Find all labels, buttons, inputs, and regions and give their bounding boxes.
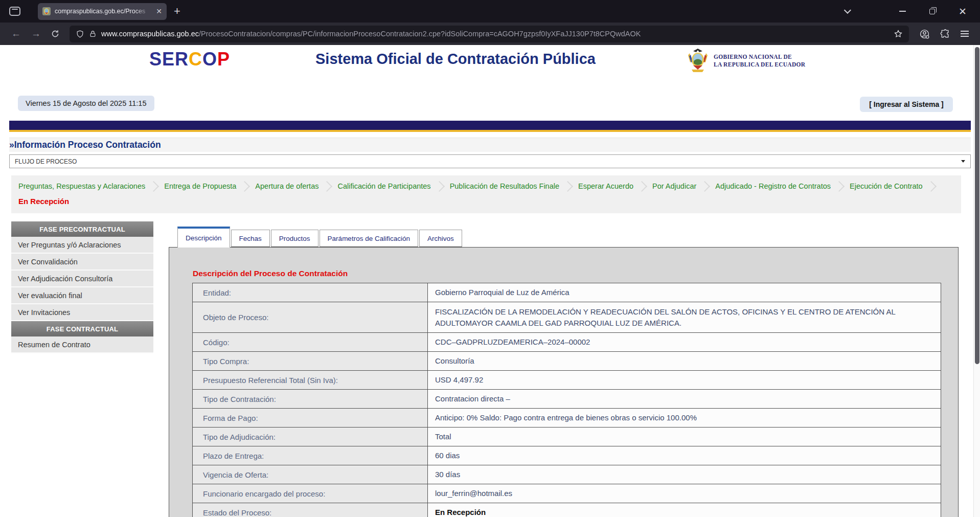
row-value: CDC–GADPRLUZDEAMERICA–2024–00002 (428, 333, 941, 351)
flow-step[interactable]: Publicación de Resultados Finale (450, 182, 559, 190)
url-text[interactable]: www.compraspublicas.gob.ec/ProcesoContra… (101, 30, 889, 38)
logo-text-o: O (202, 49, 217, 70)
close-button[interactable]: ✕ (959, 7, 967, 16)
sidebar-item-ver-adjudicacion[interactable]: Ver Adjudicación Consultoría (11, 271, 153, 287)
bookmark-star-icon[interactable] (894, 29, 903, 38)
flow-step[interactable]: Apertura de ofertas (255, 182, 318, 190)
url-path: /ProcesoContratacion/compras/PC/informac… (199, 30, 641, 38)
row-label: Funcionario encargado del proceso: (193, 484, 428, 503)
tab-parametros[interactable]: Parámetros de Calificación (320, 230, 418, 247)
chevron-right-icon (699, 181, 710, 191)
table-row: Vigencia de Oferta:30 días (193, 465, 941, 484)
flow-select[interactable]: FLUJO DE PROCESO (9, 154, 971, 168)
chevron-right-icon (239, 181, 250, 191)
list-all-tabs-chevron-icon[interactable] (844, 7, 851, 14)
chevron-right-icon (834, 181, 845, 191)
row-value: Contratacion directa – (428, 390, 941, 408)
tab-close-icon[interactable]: ✕ (156, 7, 162, 15)
page-title: Sistema Oficial de Contratación Pública (315, 51, 596, 68)
login-button[interactable]: [ Ingresar al Sistema ] (860, 97, 953, 112)
description-table: Entidad:Gobierno Parroquial de Luz de Am… (192, 283, 941, 517)
chevron-right-icon (636, 181, 647, 191)
process-status-badge: En Recepción (18, 197, 954, 206)
sidebar-item-ver-evaluacion[interactable]: Ver evaluación final (11, 287, 153, 304)
row-value: Anticipo: 0% Saldo: Pago contra entrega … (428, 409, 941, 427)
flow-step[interactable]: Preguntas, Respuestas y Aclaraciones (18, 182, 145, 190)
row-value: Gobierno Parroquial de Luz de América (428, 283, 941, 302)
toolbar-icons (914, 29, 974, 39)
reload-button[interactable] (46, 30, 64, 38)
navy-divider-bar (9, 121, 971, 132)
logo-text-ser: SER (149, 49, 189, 70)
select-caret-icon (961, 160, 965, 163)
row-label: Objeto de Proceso: (193, 302, 428, 332)
minimize-button[interactable] (899, 11, 906, 12)
url-host: www.compraspublicas.gob.ec (101, 30, 199, 38)
tab-title: compraspublicas.gob.ec/Proces (55, 8, 152, 15)
firefox-view-icon[interactable] (9, 7, 20, 16)
chevron-right-icon (434, 181, 445, 191)
table-row: Plazo de Entrega:60 dias (193, 446, 941, 465)
table-row: Estado del Proceso:En Recepción (193, 503, 941, 517)
row-value: Consultoría (428, 352, 941, 370)
row-label: Estado del Proceso: (193, 503, 428, 517)
section-title: »Información Proceso Contratación (9, 138, 971, 152)
menu-hamburger-icon[interactable] (961, 31, 969, 37)
back-button[interactable]: ← (6, 28, 26, 39)
chevron-right-icon (322, 181, 332, 191)
browser-tab[interactable]: compraspublicas.gob.ec/Proces ✕ (38, 3, 167, 20)
flow-step[interactable]: Por Adjudicar (652, 182, 696, 190)
window-controls: ✕ (899, 7, 975, 16)
chevron-right-icon (926, 181, 937, 191)
content-tabs: Descripción Fechas Productos Parámetros … (177, 227, 462, 247)
row-label: Vigencia de Oferta: (193, 465, 428, 484)
flow-step[interactable]: Entrega de Propuesta (164, 182, 236, 190)
tab-productos[interactable]: Productos (271, 230, 318, 247)
sidebar-item-resumen-contrato[interactable]: Resumen de Contrato (11, 336, 153, 353)
row-label: Tipo de Adjudicación: (193, 428, 428, 446)
process-flow-steps: Preguntas, Respuestas y Aclaraciones Ent… (18, 182, 954, 190)
tab-archivos[interactable]: Archivos (419, 230, 462, 247)
row-value: Total (428, 428, 941, 446)
chevron-right-icon (562, 181, 573, 191)
scrollbar-thumb[interactable] (975, 47, 979, 364)
account-icon[interactable] (919, 29, 930, 39)
flow-step[interactable]: Ejecución de Contrato (850, 182, 923, 190)
sidebar-item-ver-invitaciones[interactable]: Ver Invitaciones (11, 304, 153, 321)
web-page: SERCOP Sistema Oficial de Contratación P… (0, 45, 980, 517)
tab-descripcion[interactable]: Descripción (177, 227, 230, 248)
flow-select-value: FLUJO DE PROCESO (15, 158, 77, 165)
tab-fechas[interactable]: Fechas (231, 230, 270, 247)
description-panel: Descripción del Proceso de Contratación … (169, 247, 959, 517)
sidebar-header-contractual: FASE CONTRACTUAL (11, 321, 153, 336)
flow-step[interactable]: Adjudicado - Registro de Contratos (715, 182, 831, 190)
table-row: Tipo de Adjudicación:Total (193, 428, 941, 446)
table-row: Entidad:Gobierno Parroquial de Luz de Am… (193, 283, 941, 302)
sidebar-item-ver-preguntas[interactable]: Ver Preguntas y/ó Aclaraciones (11, 237, 153, 254)
row-value-estado: En Recepción (428, 503, 941, 517)
forward-button[interactable]: → (26, 28, 46, 39)
sidebar-item-ver-convalidacion[interactable]: Ver Convalidación (11, 254, 153, 271)
restore-button[interactable] (929, 9, 935, 14)
gov-line1: GOBIERNO NACIONAL DE (714, 53, 805, 61)
row-value: FISCALIZACIÓN DE LA REMODELACIÓN Y READE… (428, 302, 941, 332)
url-bar[interactable]: www.compraspublicas.gob.ec/ProcesoContra… (70, 26, 909, 42)
government-text: GOBIERNO NACIONAL DE LA REPUBLICA DEL EC… (714, 53, 805, 69)
flow-step[interactable]: Calificación de Participantes (337, 182, 430, 190)
logo-text-c: C (189, 49, 202, 70)
logo-text-p: P (217, 49, 230, 70)
row-label: Forma de Pago: (193, 409, 428, 427)
row-label: Entidad: (193, 283, 428, 302)
sercop-logo: SERCOP (149, 49, 230, 70)
flow-step[interactable]: Esperar Acuerdo (578, 182, 633, 190)
favicon-coat-of-arms-icon (42, 7, 51, 15)
shield-icon[interactable] (76, 30, 84, 38)
row-label: Plazo de Entrega: (193, 446, 428, 465)
datetime-display: Viernes 15 de Agosto del 2025 11:15 (18, 96, 154, 111)
table-row: Tipo Compra:Consultoría (193, 352, 941, 371)
row-label: Tipo de Contratación: (193, 390, 428, 408)
new-tab-button[interactable]: + (174, 5, 180, 18)
lock-icon[interactable] (89, 30, 97, 38)
page-scrollbar[interactable] (973, 45, 980, 517)
extensions-puzzle-icon[interactable] (940, 29, 950, 39)
